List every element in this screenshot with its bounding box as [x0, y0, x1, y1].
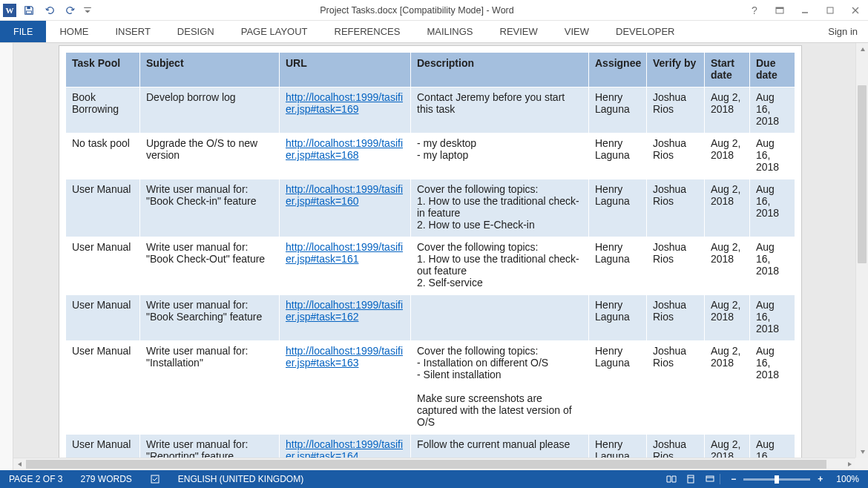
- zoom-controls: − +: [720, 474, 833, 484]
- ribbon-tabs: FILE HOME INSERT DESIGN PAGE LAYOUT REFE…: [0, 21, 868, 43]
- svg-rect-5: [776, 7, 783, 9]
- document-workspace: Task Pool Subject URL Description Assign…: [0, 43, 868, 470]
- cell-assignee: Henry Laguna: [589, 88, 647, 133]
- cell-verify-by: Joshua Rios: [647, 88, 705, 133]
- cell-start-date: Aug 2, 2018: [705, 179, 750, 237]
- minimize-button[interactable]: [792, 1, 818, 20]
- word-logo-icon: [3, 4, 16, 17]
- print-layout-button[interactable]: [681, 470, 700, 488]
- tab-page-layout[interactable]: PAGE LAYOUT: [228, 21, 321, 42]
- col-description: Description: [411, 53, 589, 88]
- col-url: URL: [280, 53, 411, 88]
- zoom-out-button[interactable]: −: [728, 474, 739, 484]
- zoom-slider-thumb[interactable]: [775, 475, 779, 484]
- vertical-scrollbar[interactable]: [855, 43, 868, 458]
- proofing-indicator[interactable]: [141, 470, 169, 488]
- table-row[interactable]: No task poolUpgrade the O/S to new versi…: [66, 133, 795, 179]
- table-row[interactable]: User ManualWrite user manual for: "Book …: [66, 179, 795, 237]
- cell-due-date: Aug 16, 2018: [750, 133, 795, 179]
- cell-start-date: Aug 2, 2018: [705, 295, 750, 341]
- table-row[interactable]: User ManualWrite user manual for: "Book …: [66, 295, 795, 341]
- table-row[interactable]: Book BorrowingDevelop borrow loghttp://l…: [66, 88, 795, 133]
- col-start-date: Start date: [705, 53, 750, 88]
- table-row[interactable]: User ManualWrite user manual for: "Book …: [66, 237, 795, 295]
- task-link[interactable]: http://localhost:1999/tasifier.jsp#task=…: [286, 345, 403, 369]
- zoom-level-indicator[interactable]: 100%: [833, 470, 868, 488]
- task-link[interactable]: http://localhost:1999/tasifier.jsp#task=…: [286, 91, 403, 115]
- cell-due-date: Aug 16, 2018: [750, 88, 795, 133]
- scroll-left-button[interactable]: [13, 458, 26, 471]
- sign-in-button[interactable]: Sign in: [828, 21, 868, 42]
- undo-button[interactable]: [42, 2, 58, 19]
- page-number-indicator[interactable]: PAGE 2 OF 3: [0, 470, 71, 488]
- table-row[interactable]: User ManualWrite user manual for: "Repor…: [66, 435, 795, 458]
- task-link[interactable]: http://localhost:1999/tasifier.jsp#task=…: [286, 438, 403, 458]
- col-assignee: Assignee: [589, 53, 647, 88]
- cell-verify-by: Joshua Rios: [647, 341, 705, 435]
- cell-task-pool: User Manual: [66, 341, 140, 435]
- scroll-track[interactable]: [856, 56, 868, 445]
- tab-file[interactable]: FILE: [0, 21, 46, 42]
- cell-task-pool: Book Borrowing: [66, 88, 140, 133]
- scroll-thumb[interactable]: [858, 85, 867, 263]
- tab-home[interactable]: HOME: [46, 21, 102, 42]
- tab-review[interactable]: REVIEW: [487, 21, 551, 42]
- close-button[interactable]: [843, 1, 868, 20]
- cell-assignee: Henry Laguna: [589, 179, 647, 237]
- svg-rect-14: [151, 475, 159, 483]
- cell-url: http://localhost:1999/tasifier.jsp#task=…: [280, 88, 411, 133]
- col-due-date: Due date: [750, 53, 795, 88]
- cell-verify-by: Joshua Rios: [647, 237, 705, 295]
- task-link[interactable]: http://localhost:1999/tasifier.jsp#task=…: [286, 137, 403, 161]
- cell-due-date: Aug 16, 2018: [750, 295, 795, 341]
- svg-marker-10: [861, 47, 865, 51]
- cell-assignee: Henry Laguna: [589, 341, 647, 435]
- hscroll-track[interactable]: [26, 458, 843, 470]
- web-layout-button[interactable]: [700, 470, 720, 488]
- read-mode-button[interactable]: [662, 470, 681, 488]
- hscroll-thumb[interactable]: [26, 460, 826, 469]
- language-indicator[interactable]: ENGLISH (UNITED KINGDOM): [169, 470, 312, 488]
- svg-rect-7: [827, 7, 833, 13]
- table-row[interactable]: User ManualWrite user manual for: "Insta…: [66, 341, 795, 435]
- save-button[interactable]: [21, 2, 37, 19]
- scroll-right-button[interactable]: [843, 458, 855, 471]
- cell-task-pool: User Manual: [66, 435, 140, 458]
- tab-developer[interactable]: DEVELOPER: [602, 21, 688, 42]
- cell-description: Contact Jeremy before you start this tas…: [411, 88, 589, 133]
- cell-url: http://localhost:1999/tasifier.jsp#task=…: [280, 435, 411, 458]
- ribbon-display-options-button[interactable]: [767, 1, 792, 20]
- help-button[interactable]: ?: [742, 1, 767, 20]
- cell-description: Cover the following topics: 1. How to us…: [411, 237, 589, 295]
- zoom-in-button[interactable]: +: [815, 474, 826, 484]
- cell-verify-by: Joshua Rios: [647, 179, 705, 237]
- task-link[interactable]: http://localhost:1999/tasifier.jsp#task=…: [286, 241, 403, 265]
- qat-customize-button[interactable]: [83, 2, 92, 19]
- redo-button[interactable]: [62, 2, 79, 19]
- task-link[interactable]: http://localhost:1999/tasifier.jsp#task=…: [286, 299, 403, 323]
- document-viewport[interactable]: Task Pool Subject URL Description Assign…: [13, 43, 855, 458]
- tab-references[interactable]: REFERENCES: [321, 21, 414, 42]
- col-task-pool: Task Pool: [66, 53, 140, 88]
- cell-due-date: Aug 16, 2018: [750, 435, 795, 458]
- scroll-up-button[interactable]: [856, 43, 868, 56]
- tab-insert[interactable]: INSERT: [102, 21, 163, 42]
- word-count-indicator[interactable]: 279 WORDS: [71, 470, 140, 488]
- scroll-down-button[interactable]: [856, 445, 868, 458]
- cell-assignee: Henry Laguna: [589, 295, 647, 341]
- tab-mailings[interactable]: MAILINGS: [413, 21, 486, 42]
- tab-view[interactable]: VIEW: [551, 21, 602, 42]
- tab-design[interactable]: DESIGN: [164, 21, 228, 42]
- task-link[interactable]: http://localhost:1999/tasifier.jsp#task=…: [286, 183, 403, 207]
- cell-description: [411, 295, 589, 341]
- window-controls: ?: [742, 1, 868, 20]
- zoom-slider[interactable]: [743, 478, 810, 481]
- svg-rect-1: [27, 10, 32, 13]
- horizontal-scrollbar[interactable]: [13, 458, 855, 470]
- cell-start-date: Aug 2, 2018: [705, 435, 750, 458]
- status-bar: PAGE 2 OF 3 279 WORDS ENGLISH (UNITED KI…: [0, 470, 868, 488]
- maximize-button[interactable]: [818, 1, 843, 20]
- cell-url: http://localhost:1999/tasifier.jsp#task=…: [280, 133, 411, 179]
- cell-subject: Write user manual for: "Book Searching" …: [140, 295, 280, 341]
- cell-task-pool: User Manual: [66, 179, 140, 237]
